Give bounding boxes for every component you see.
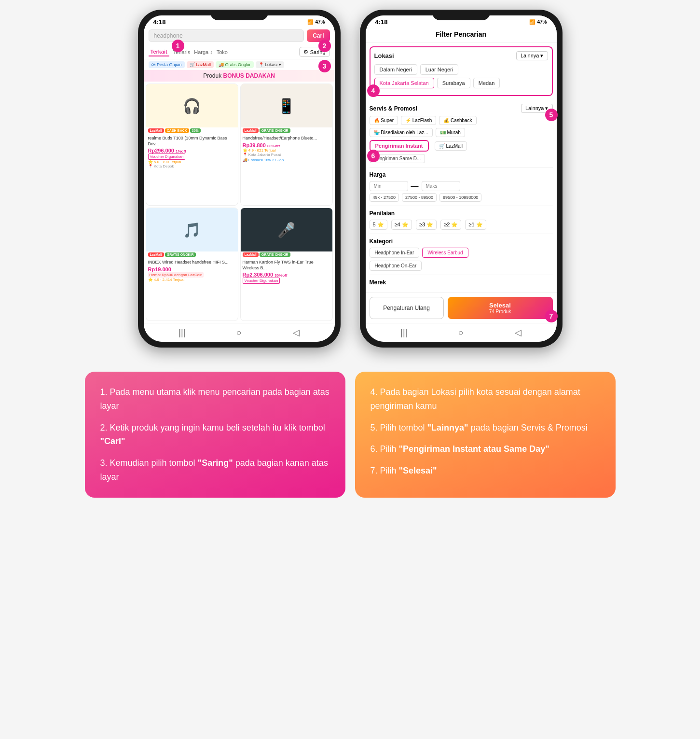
penilaian-label: Penilaian [370, 210, 553, 217]
signal-icon-2: 📶 [529, 19, 535, 25]
step-badge-1: 1 [172, 40, 184, 52]
phone-1: 4:18 📶 47% headphone Cari Terkait Terlar… [138, 10, 341, 348]
location-chips: Dalam Negeri Luar Negeri [374, 64, 548, 75]
badge-cashback-1: CASH BACK [165, 128, 189, 133]
filter-header: Filter Pencarian [366, 27, 557, 42]
nav-menu-icon[interactable]: ||| [178, 328, 185, 338]
nav-home-icon[interactable]: ○ [236, 328, 242, 338]
bonus-banner: Produk BONUS DADAKAN [144, 70, 335, 82]
kategori-section: Kategori Headphone In-Ear Wireless Earbu… [366, 234, 557, 275]
product-price-1: Rp296.000 1%off [148, 148, 236, 153]
product-card-1[interactable]: 🎧 LazMall CASH BACK 30% realme Buds T100… [146, 84, 238, 206]
tab-harga[interactable]: Harga ↕ [194, 49, 213, 55]
pengiriman-instant-btn[interactable]: Pengiriman Instant [370, 140, 429, 152]
servis-lazflash[interactable]: ⚡ LazFlash [401, 116, 436, 125]
harga-range-2[interactable]: 27500 - 89500 [402, 193, 437, 202]
step-badge-6: 6 [367, 150, 380, 162]
estimasi-2: 🚚 Estimasi 18w 27 Jan [243, 158, 330, 162]
harga-range-1[interactable]: 49k - 27500 [370, 193, 399, 202]
location-chips-2: Kota Jakarta Selatan Surabaya Medan [374, 78, 548, 88]
shop-chip-pesta[interactable]: 🛍 Pesta Gajian [149, 61, 185, 68]
instructions-row: 1. Pada menu utama klik menu pencarian p… [85, 372, 616, 498]
filter-title: Filter Pencarian [436, 30, 486, 38]
tab-toko[interactable]: Toko [217, 49, 228, 55]
harga-label: Harga [370, 171, 553, 178]
battery-1: 47% [315, 19, 325, 25]
servis-cashback[interactable]: 💰 Cashback [439, 116, 476, 125]
servis-murah[interactable]: 💵 Murah [436, 128, 465, 137]
selesai-button[interactable]: Selesai 74 Produk [448, 297, 553, 319]
product-title-1: realme Buds T100 (10mm Dynamic Bass Driv… [148, 136, 236, 147]
product-price-3: Rp19.000 [148, 266, 236, 272]
harga-maks-input[interactable] [422, 181, 460, 191]
product-card-4[interactable]: 🎤 LazMall GRATIS ONGKIR Harman Kardon Fl… [240, 208, 333, 321]
merek-label: Merek [366, 275, 557, 290]
product-img-2: 📱 [241, 84, 332, 127]
badge-gratis-3: GRATIS ONGKIR [165, 252, 196, 257]
lainnya-lokasi-label: Lainnya ▾ [521, 53, 544, 59]
star-5[interactable]: 5 ⭐ [370, 220, 387, 230]
step-badge-2: 2 [318, 40, 331, 52]
instruction-card-left: 1. Pada menu utama klik menu pencarian p… [85, 372, 345, 498]
nav-bar-1: ||| ○ ◁ [144, 323, 335, 342]
nav-back-icon-2[interactable]: ◁ [515, 327, 522, 338]
shop-chip-gratis[interactable]: 🚚 Gratis Ongkir [216, 61, 254, 68]
product-card-2[interactable]: 📱 LazMall GRATIS ONGKIR Handsfree/Headse… [240, 84, 333, 206]
step-badge-3: 3 [318, 60, 331, 72]
product-card-3[interactable]: 🎵 LazMall GRATIS ONGKIR INBEX Wired Head… [146, 208, 238, 321]
star-1[interactable]: ≥1 ⭐ [465, 220, 486, 230]
servis-super[interactable]: 🔥 Super [370, 116, 398, 125]
badge-lazmall-1: LazMall [148, 128, 164, 133]
instruction-step4: 4. Pada bagian Lokasi pilih kota sesuai … [371, 385, 600, 413]
badge-gratis-2: GRATIS ONGKIR [260, 128, 290, 133]
phone-2: 4:18 📶 47% Filter Pencarian Lokasi [360, 10, 563, 348]
lazmall-chip[interactable]: 🛒 LazMall [435, 141, 467, 151]
kat-wireless-earbud[interactable]: Wireless Earbud [422, 248, 468, 258]
tab-terkait[interactable]: Terkait [149, 48, 169, 56]
kat-headphone-onear[interactable]: Headphone On-Ear [370, 261, 422, 271]
product-location-1: 📍 Kota Depok [148, 164, 236, 168]
step-badge-7: 7 [545, 310, 558, 322]
notch-1 [210, 10, 268, 20]
nav-menu-icon-2[interactable]: ||| [400, 328, 407, 338]
servis-section: Servis & Promosi Lainnya ▾ 🔥 Super ⚡ Laz… [366, 100, 557, 167]
battery-2: 47% [537, 19, 547, 25]
kat-headphone-inear[interactable]: Headphone In-Ear [370, 248, 420, 258]
lokasi-section: Lokasi Lainnya ▾ Dalam Negeri Luar Neger… [370, 46, 553, 96]
harga-min-input[interactable] [370, 181, 408, 191]
shop-chip-lazmall[interactable]: 🛒 LazMall [187, 61, 214, 68]
produk-count: 74 Produk [453, 309, 548, 314]
signal-icon: 📶 [307, 19, 313, 25]
nav-back-icon[interactable]: ◁ [293, 327, 300, 338]
instruction-step7: 7. Pilih "Selesai" [371, 464, 600, 478]
lainnya-lokasi-btn[interactable]: Lainnya ▾ [516, 51, 548, 60]
nav-home-icon-2[interactable]: ○ [458, 328, 464, 338]
instruction-step2: 2. Ketik produk yang ingin kamu beli set… [100, 421, 330, 449]
product-rating-2: ⭐ 4.9 · 621 Terjual [243, 148, 330, 153]
star-3[interactable]: ≥3 ⭐ [416, 220, 437, 230]
instruction-step1: 1. Pada menu utama klik menu pencarian p… [100, 385, 330, 413]
notch-2 [432, 10, 490, 20]
servis-disediakan[interactable]: 🏪 Disediakan oleh Laz... [370, 128, 433, 137]
loc-jakarta-selatan[interactable]: Kota Jakarta Selatan [374, 78, 434, 88]
loc-surabaya[interactable]: Surabaya [437, 78, 470, 88]
search-input[interactable]: headphone [149, 29, 304, 42]
bonus-text: BONUS DADAKAN [223, 72, 275, 79]
loc-luar-negeri[interactable]: Luar Negeri [420, 64, 458, 75]
star-4[interactable]: ≥4 ⭐ [391, 220, 412, 230]
step-badge-5: 5 [545, 109, 558, 121]
badge-lazmall-4: LazMall [243, 252, 259, 257]
servis-label: Servis & Promosi [370, 105, 417, 112]
harga-dash: — [411, 182, 419, 191]
instruction-step6: 6. Pilih "Pengiriman Instant atau Same D… [371, 442, 600, 456]
harga-range-3[interactable]: 89500 - 10993000 [439, 193, 481, 202]
product-price-4: Rp2.306.000 30%off [243, 272, 330, 278]
loc-medan[interactable]: Medan [473, 78, 500, 88]
product-img-4: 🎤 [241, 208, 332, 251]
star-2[interactable]: ≥2 ⭐ [440, 220, 461, 230]
lazmall-label: LazMall [446, 143, 463, 149]
reset-button[interactable]: Pengaturan Ulang [370, 297, 444, 319]
loc-dalam-negeri[interactable]: Dalam Negeri [374, 64, 417, 75]
shop-chip-lokasi[interactable]: 📍 Lokasi ▾ [256, 61, 284, 68]
nav-bar-2: ||| ○ ◁ [366, 323, 557, 342]
